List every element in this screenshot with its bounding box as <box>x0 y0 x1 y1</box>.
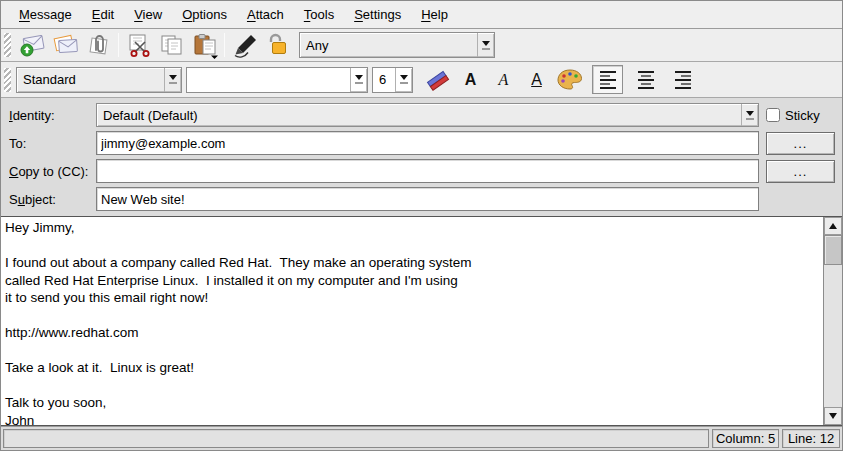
cut-icon <box>125 32 153 58</box>
subject-row: Subject: <box>9 187 835 211</box>
scrollbar-thumb[interactable] <box>824 235 842 265</box>
to-row: To: ... <box>9 131 835 155</box>
identity-value: Default (Default) <box>97 104 741 126</box>
identity-row: Identity: Default (Default) Sticky <box>9 103 835 127</box>
copy-icon <box>158 32 186 58</box>
subject-label: Subject: <box>9 192 96 207</box>
text-color-palette-icon <box>555 67 585 93</box>
identity-label: Identity: <box>9 108 96 123</box>
scroll-up-icon <box>829 223 837 229</box>
queue-mail-button[interactable] <box>49 31 82 60</box>
chevron-down-icon <box>741 104 758 126</box>
menu-tools[interactable]: Tools <box>294 4 344 25</box>
identity-dropdown[interactable]: Default (Default) <box>96 103 759 127</box>
align-center-button[interactable] <box>629 65 662 94</box>
scrollbar-track[interactable] <box>824 235 842 407</box>
sticky-option: Sticky <box>766 108 820 123</box>
to-label: To: <box>9 136 96 151</box>
toolbar-separator <box>224 33 225 57</box>
bold-button[interactable]: A <box>454 65 487 94</box>
chevron-down-icon <box>350 68 367 92</box>
font-size-value: 6 <box>373 68 395 92</box>
italic-button[interactable]: A <box>487 65 520 94</box>
status-column-indicator: Column: 5 <box>712 429 779 448</box>
mail-composer-window: Message Edit View Options Attach Tools S… <box>0 0 843 451</box>
sticky-checkbox[interactable] <box>766 108 780 122</box>
main-toolbar: Any <box>1 29 842 62</box>
message-body-text[interactable]: Hey Jimmy, I found out about a company c… <box>1 217 823 425</box>
encrypt-icon <box>264 32 292 58</box>
cc-label: Copy to (CC): <box>9 164 96 179</box>
sticky-label: Sticky <box>785 108 820 123</box>
align-center-icon <box>638 71 654 89</box>
to-address-book-button[interactable]: ... <box>766 132 835 155</box>
menu-options[interactable]: Options <box>172 4 237 25</box>
format-toolbar: Standard 6 A A A <box>1 62 842 98</box>
bold-icon: A <box>465 71 477 89</box>
message-headers: Identity: Default (Default) Sticky To: .… <box>1 98 842 216</box>
align-left-icon <box>600 71 616 89</box>
menu-message[interactable]: Message <box>9 4 82 25</box>
menu-settings[interactable]: Settings <box>344 4 411 25</box>
chevron-down-icon <box>395 68 412 92</box>
font-size-dropdown[interactable]: 6 <box>372 67 413 93</box>
cc-row: Copy to (CC): ... <box>9 159 835 183</box>
align-right-button[interactable] <box>666 65 699 94</box>
scroll-down-button[interactable] <box>824 407 842 425</box>
crypto-format-value: Any <box>300 33 477 57</box>
toolbar-grip[interactable] <box>4 33 11 57</box>
align-left-button[interactable] <box>592 65 623 94</box>
text-color-button[interactable] <box>553 65 586 94</box>
paragraph-style-value: Standard <box>17 68 164 92</box>
cc-address-book-button[interactable]: ... <box>766 160 835 183</box>
status-bar: Column: 5 Line: 12 <box>1 426 842 450</box>
cc-input[interactable] <box>96 159 759 183</box>
toolbar-grip[interactable] <box>4 68 11 92</box>
copy-button[interactable] <box>155 31 188 60</box>
menu-edit[interactable]: Edit <box>82 4 124 25</box>
italic-icon: A <box>499 71 509 89</box>
chevron-down-icon <box>164 68 181 92</box>
eraser-icon <box>424 67 452 93</box>
underline-icon: A <box>531 71 542 89</box>
scroll-up-button[interactable] <box>824 217 842 235</box>
sign-message-button[interactable] <box>228 31 261 60</box>
attach-file-icon <box>85 32 113 58</box>
sign-icon <box>231 32 259 58</box>
underline-button[interactable]: A <box>520 65 553 94</box>
status-message-panel <box>3 429 709 448</box>
to-input[interactable] <box>96 131 759 155</box>
encrypt-message-button[interactable] <box>261 31 294 60</box>
vertical-scrollbar <box>823 217 842 425</box>
subject-input[interactable] <box>96 187 759 211</box>
remove-formatting-button[interactable] <box>421 65 454 94</box>
paste-button[interactable] <box>188 31 221 60</box>
menu-help[interactable]: Help <box>411 4 458 25</box>
send-mail-icon <box>19 32 47 58</box>
paste-icon <box>191 32 219 59</box>
menu-view[interactable]: View <box>124 4 172 25</box>
crypto-format-dropdown[interactable]: Any <box>299 32 495 58</box>
status-line-indicator: Line: 12 <box>782 429 840 448</box>
chevron-down-icon <box>477 33 494 57</box>
scroll-down-icon <box>829 413 837 419</box>
cut-button[interactable] <box>122 31 155 60</box>
message-body-editor: Hey Jimmy, I found out about a company c… <box>1 216 842 426</box>
send-mail-button[interactable] <box>16 31 49 60</box>
menu-attach[interactable]: Attach <box>237 4 294 25</box>
queue-mail-icon <box>52 32 80 58</box>
menu-bar: Message Edit View Options Attach Tools S… <box>1 1 842 29</box>
paragraph-style-dropdown[interactable]: Standard <box>16 67 182 93</box>
attach-file-button[interactable] <box>82 31 115 60</box>
toolbar-separator <box>118 33 119 57</box>
font-family-dropdown[interactable] <box>186 67 368 93</box>
align-right-icon <box>675 71 691 89</box>
font-family-value <box>187 68 350 92</box>
